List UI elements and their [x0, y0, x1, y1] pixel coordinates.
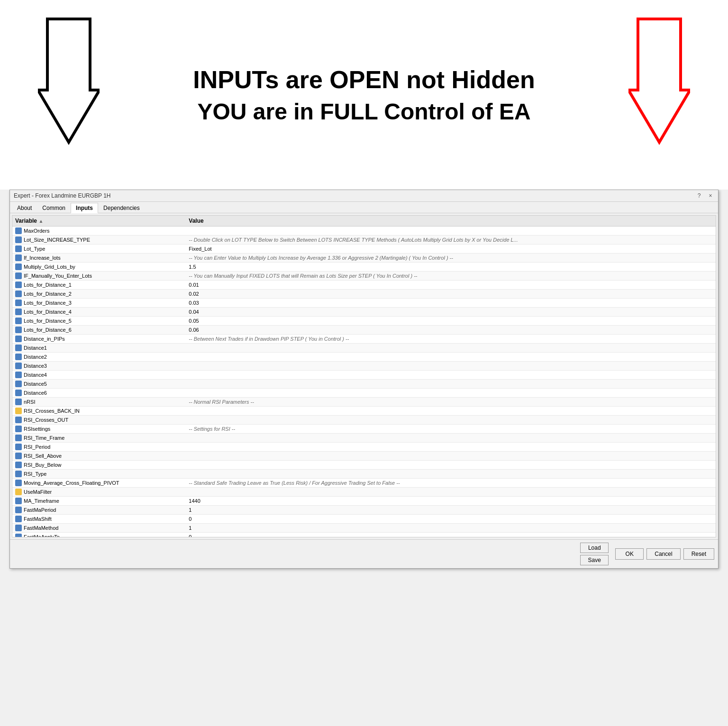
table-row[interactable]: Lots_for_Distance_20.02	[12, 290, 716, 299]
table-row[interactable]: RSI_Type	[12, 470, 716, 479]
value-cell[interactable]	[186, 407, 716, 416]
table-row[interactable]: Moving_Average_Cross_Floating_PIVOT-- St…	[12, 479, 716, 488]
value-cell[interactable]	[186, 461, 716, 470]
value-cell[interactable]: 0.02	[186, 290, 716, 299]
variable-cell: RSI_Crosses_OUT	[12, 416, 186, 425]
table-row[interactable]: RSI_Crosses_BACK_IN	[12, 407, 716, 416]
row-icon	[15, 381, 22, 387]
close-button[interactable]: ×	[707, 192, 714, 200]
value-cell[interactable]: Fixed_Lot	[186, 245, 716, 254]
table-row[interactable]: FastMaPeriod1	[12, 506, 716, 515]
row-icon	[15, 498, 22, 504]
value-cell[interactable]: 0	[186, 533, 716, 538]
value-cell[interactable]: 1440	[186, 497, 716, 506]
table-row[interactable]: FastMaMethod1	[12, 524, 716, 533]
table-row[interactable]: Distance5	[12, 380, 716, 389]
value-cell[interactable]	[186, 380, 716, 389]
row-icon	[15, 309, 22, 315]
value-cell[interactable]	[186, 362, 716, 371]
value-cell[interactable]: -- You can Enter Value to Multiply Lots …	[186, 254, 716, 263]
table-row[interactable]: Lots_for_Distance_30.03	[12, 299, 716, 308]
annotation-line1: INPUTs are OPEN not Hidden	[193, 65, 535, 94]
value-cell[interactable]	[186, 371, 716, 380]
load-button[interactable]: Load	[580, 543, 609, 553]
table-row[interactable]: Distance6	[12, 389, 716, 398]
value-cell[interactable]: 1	[186, 506, 716, 515]
table-row[interactable]: Lots_for_Distance_10.01	[12, 281, 716, 290]
variable-cell: Lot_Size_INCREASE_TYPE	[12, 236, 186, 245]
inputs-table-container[interactable]: Variable ▲ Value MaxOrdersLot_Size_INCRE…	[12, 215, 716, 537]
table-row[interactable]: Distance_in_PIPs-- Between Next Trades i…	[12, 335, 716, 344]
table-row[interactable]: FastMaApplyTo0	[12, 533, 716, 538]
value-cell[interactable]	[186, 353, 716, 362]
table-row[interactable]: IF_Manually_You_Enter_Lots-- You can Man…	[12, 272, 716, 281]
row-icon	[15, 363, 22, 369]
value-cell[interactable]: -- Normal RSI Parameters --	[186, 398, 716, 407]
value-cell[interactable]: 0.05	[186, 317, 716, 326]
value-cell[interactable]	[186, 389, 716, 398]
value-cell[interactable]	[186, 344, 716, 353]
value-cell[interactable]: 0	[186, 515, 716, 524]
table-row[interactable]: Lot_TypeFixed_Lot	[12, 245, 716, 254]
variable-cell: Lots_for_Distance_2	[12, 290, 186, 299]
table-row[interactable]: RSI_Crosses_OUT	[12, 416, 716, 425]
reset-button[interactable]: Reset	[683, 548, 714, 560]
variable-name: Distance4	[24, 372, 47, 378]
value-cell[interactable]: 1	[186, 524, 716, 533]
value-cell[interactable]	[186, 434, 716, 443]
col-variable-header: Variable ▲	[12, 216, 186, 227]
variable-name: RSI_Period	[24, 444, 50, 450]
table-row[interactable]: Lots_for_Distance_40.04	[12, 308, 716, 317]
table-row[interactable]: RSIsettings-- Settings for RSI --	[12, 425, 716, 434]
tab-dependencies[interactable]: Dependencies	[98, 203, 145, 213]
value-cell[interactable]	[186, 227, 716, 236]
value-cell[interactable]	[186, 416, 716, 425]
value-cell[interactable]: 0.04	[186, 308, 716, 317]
table-row[interactable]: If_Increase_lots-- You can Enter Value t…	[12, 254, 716, 263]
variable-cell: RSI_Time_Frame	[12, 434, 186, 443]
value-cell[interactable]	[186, 452, 716, 461]
table-row[interactable]: RSI_Buy_Below	[12, 461, 716, 470]
save-button[interactable]: Save	[580, 555, 609, 565]
table-row[interactable]: FastMaShift0	[12, 515, 716, 524]
value-cell[interactable]: -- You can Manually Input FIXED LOTS tha…	[186, 272, 716, 281]
table-row[interactable]: Distance4	[12, 371, 716, 380]
tab-common[interactable]: Common	[37, 203, 71, 213]
table-row[interactable]: nRSI-- Normal RSI Parameters --	[12, 398, 716, 407]
value-cell[interactable]: 0.06	[186, 326, 716, 335]
value-cell[interactable]: 0.01	[186, 281, 716, 290]
table-row[interactable]: Distance3	[12, 362, 716, 371]
tab-inputs[interactable]: Inputs	[71, 203, 98, 213]
help-button[interactable]: ?	[695, 192, 703, 200]
table-row[interactable]: Lots_for_Distance_60.06	[12, 326, 716, 335]
tab-about[interactable]: About	[12, 203, 37, 213]
table-row[interactable]: Lot_Size_INCREASE_TYPE-- Double Click on…	[12, 236, 716, 245]
ok-button[interactable]: OK	[615, 548, 644, 560]
cancel-button[interactable]: Cancel	[646, 548, 680, 560]
table-row[interactable]: Multiply_Grid_Lots_by1.5	[12, 263, 716, 272]
variable-cell: MA_Timeframe	[12, 497, 186, 506]
value-cell[interactable]	[186, 470, 716, 479]
table-row[interactable]: Distance2	[12, 353, 716, 362]
table-row[interactable]: RSI_Time_Frame	[12, 434, 716, 443]
table-row[interactable]: Lots_for_Distance_50.05	[12, 317, 716, 326]
table-row[interactable]: RSI_Sell_Above	[12, 452, 716, 461]
variable-name: RSI_Sell_Above	[24, 453, 62, 459]
value-cell[interactable]: 1.5	[186, 263, 716, 272]
table-row[interactable]: Distance1	[12, 344, 716, 353]
value-cell[interactable]: -- Double Click on LOT TYPE Below to Swi…	[186, 236, 716, 245]
row-icon	[15, 399, 22, 405]
value-cell[interactable]: 0.03	[186, 299, 716, 308]
variable-name: RSI_Time_Frame	[24, 435, 64, 441]
window-controls: ? ×	[695, 192, 714, 200]
value-cell[interactable]: -- Standard Safe Trading Leave as True (…	[186, 479, 716, 488]
table-row[interactable]: UseMaFilter	[12, 488, 716, 497]
table-row[interactable]: MA_Timeframe1440	[12, 497, 716, 506]
value-cell[interactable]: -- Settings for RSI --	[186, 425, 716, 434]
value-cell[interactable]: -- Between Next Trades if in Drawdown PI…	[186, 335, 716, 344]
value-cell[interactable]	[186, 443, 716, 452]
value-cell[interactable]	[186, 488, 716, 497]
variable-name: Distance_in_PIPs	[24, 336, 65, 342]
table-row[interactable]: RSI_Period	[12, 443, 716, 452]
table-row[interactable]: MaxOrders	[12, 227, 716, 236]
